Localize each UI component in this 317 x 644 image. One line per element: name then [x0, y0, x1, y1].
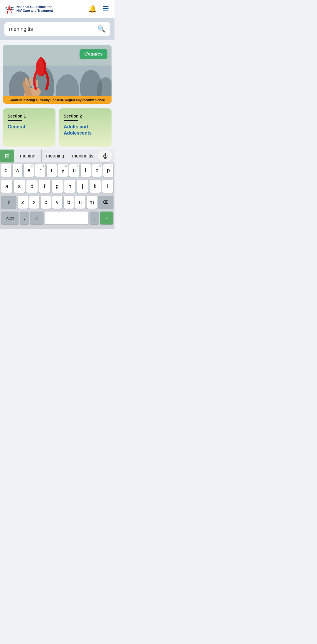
- period-key[interactable]: .: [90, 212, 99, 224]
- comma-key[interactable]: ,: [20, 212, 29, 224]
- key-e[interactable]: 3e: [24, 164, 34, 177]
- suggestion-2[interactable]: meaning: [42, 150, 69, 162]
- key-y[interactable]: 6y: [58, 164, 68, 177]
- key-c[interactable]: c: [41, 196, 51, 209]
- keyboard-row-1: 1q 2w 3e 4r 5t 6y 7u 8i 9o 0p: [0, 162, 114, 178]
- key-q[interactable]: 1q: [1, 164, 11, 177]
- keyboard-row-4: ?123 , ☺ . ✓: [0, 210, 114, 226]
- key-p[interactable]: 0p: [103, 164, 113, 177]
- key-v[interactable]: v: [52, 196, 62, 209]
- svg-rect-15: [104, 153, 106, 157]
- key-s[interactable]: s: [14, 180, 25, 193]
- key-l[interactable]: l: [102, 180, 113, 193]
- banner-notice-text: Content is being currently updated. Regr…: [3, 96, 112, 104]
- naco-logo-icon: N CO: [5, 4, 14, 14]
- section-card-1[interactable]: Section 1 General: [3, 108, 55, 147]
- keyboard-suggestions-list: mening meaning meningitis: [14, 150, 96, 162]
- keyboard-row-2: a s d f g h j k l: [0, 178, 114, 194]
- key-k[interactable]: k: [90, 180, 101, 193]
- logo-area: N CO National Guidelines for HIV Care an…: [5, 4, 53, 14]
- section-1-title: General: [8, 124, 51, 130]
- updates-badge[interactable]: Updates: [80, 49, 107, 59]
- section-2-label: Section 2: [64, 114, 107, 118]
- enter-key[interactable]: ✓: [100, 212, 113, 224]
- key-h[interactable]: h: [64, 180, 75, 193]
- search-bar-wrapper: 🔍: [0, 18, 114, 40]
- emoji-key[interactable]: ☺: [30, 212, 43, 224]
- hamburger-menu-icon[interactable]: ☰: [103, 5, 109, 13]
- sections-grid: Section 1 General Section 2 Adults and A…: [3, 108, 112, 147]
- keyboard-grid-button[interactable]: ⊞: [0, 150, 14, 162]
- key-r[interactable]: 4r: [35, 164, 45, 177]
- space-key[interactable]: [45, 212, 89, 224]
- svg-text:CO: CO: [11, 6, 14, 11]
- banner-image: Updates Content is being currently updat…: [3, 45, 112, 104]
- number-symbol-key[interactable]: ?123: [1, 212, 18, 224]
- key-u[interactable]: 7u: [69, 164, 79, 177]
- key-o[interactable]: 9o: [92, 164, 102, 177]
- keyboard: ⊞ mening meaning meningitis 1q 2w 3e 4r …: [0, 150, 114, 229]
- backspace-key[interactable]: ⌫: [98, 196, 113, 209]
- key-i[interactable]: 8i: [81, 164, 91, 177]
- app-header: N CO National Guidelines for HIV Care an…: [0, 0, 114, 18]
- logo-text: National Guidelines for HIV Care and Tre…: [16, 5, 53, 13]
- microphone-button[interactable]: [98, 150, 113, 162]
- search-bar: 🔍: [4, 22, 110, 36]
- section-1-label: Section 1: [8, 114, 51, 118]
- key-b[interactable]: b: [64, 196, 74, 209]
- logo-line2: HIV Care and Treatment: [16, 9, 53, 13]
- key-d[interactable]: d: [26, 180, 38, 193]
- notification-bell-icon[interactable]: 🔔: [88, 5, 97, 13]
- key-f[interactable]: f: [39, 180, 50, 193]
- key-g[interactable]: g: [52, 180, 63, 193]
- search-icon[interactable]: 🔍: [97, 25, 105, 33]
- key-a[interactable]: a: [1, 180, 12, 193]
- section-card-2[interactable]: Section 2 Adults and Adolescents: [59, 108, 112, 147]
- key-m[interactable]: m: [87, 196, 97, 209]
- key-n[interactable]: n: [75, 196, 85, 209]
- logo-line1: National Guidelines for: [16, 5, 53, 9]
- shift-key[interactable]: ⇧: [1, 196, 16, 209]
- grid-icon: ⊞: [5, 152, 10, 160]
- keyboard-suggestions-row: ⊞ mening meaning meningitis: [0, 150, 114, 162]
- microphone-icon: [102, 153, 109, 159]
- suggestion-3[interactable]: meningitis: [69, 150, 96, 162]
- search-input[interactable]: [9, 26, 97, 32]
- key-z[interactable]: z: [18, 196, 28, 209]
- section-1-divider: [8, 120, 22, 121]
- key-t[interactable]: 5t: [47, 164, 57, 177]
- key-j[interactable]: j: [77, 180, 88, 193]
- suggestion-1[interactable]: mening: [14, 150, 42, 162]
- keyboard-row-3: ⇧ z x c v b n m ⌫: [0, 194, 114, 210]
- section-2-title: Adults and Adolescents: [64, 124, 107, 136]
- key-x[interactable]: x: [29, 196, 39, 209]
- key-w[interactable]: 2w: [13, 164, 23, 177]
- header-icons: 🔔 ☰: [88, 5, 109, 13]
- section-2-divider: [64, 120, 78, 121]
